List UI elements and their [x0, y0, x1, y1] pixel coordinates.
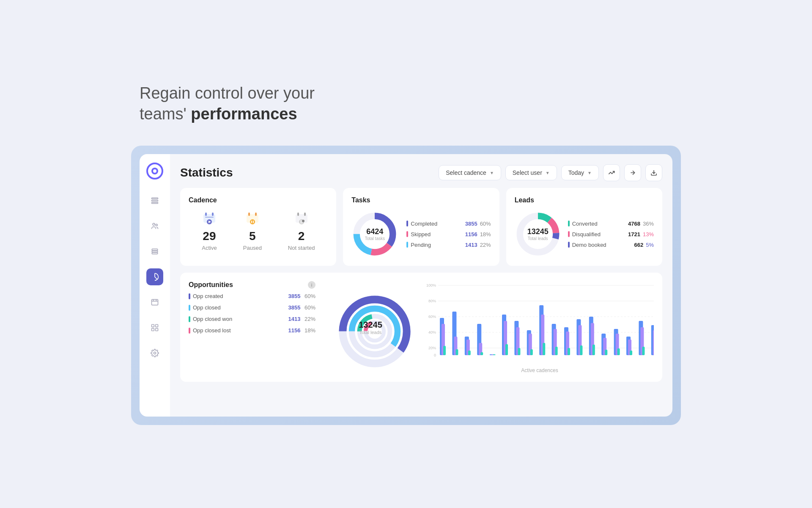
- svg-rect-23: [205, 213, 207, 216]
- skipped-dot: [406, 231, 408, 237]
- top-cards-row: Cadence 29 Active: [180, 188, 662, 266]
- user-select-button[interactable]: Select user ▼: [505, 165, 557, 180]
- tasks-content: 6424 Total tasks Completed 385560%: [351, 211, 491, 257]
- compare-button[interactable]: [624, 164, 641, 181]
- opportunities-legend: Opp created 3855 60% Opp closed 3855 60%…: [189, 293, 315, 334]
- opp-row-closed-lost: Opp closed lost 1156 18%: [189, 327, 315, 334]
- cadence-label: Select cadence: [446, 169, 486, 176]
- sidebar-item-grid[interactable]: [146, 319, 163, 336]
- leads-total-number: 13245: [527, 227, 549, 236]
- sidebar-item-stack[interactable]: [146, 243, 163, 260]
- tasks-donut-chart: 6424 Total tasks: [351, 211, 398, 257]
- sidebar-item-list[interactable]: [146, 192, 163, 209]
- opp-row-closed-won: Opp closed won 1413 22%: [189, 316, 315, 322]
- opportunities-donut: 13245 Total leads: [324, 281, 417, 373]
- svg-rect-4: [152, 200, 158, 202]
- sidebar-item-chart[interactable]: [146, 268, 163, 285]
- active-count: 29: [203, 229, 216, 243]
- page-title: Statistics: [180, 166, 233, 179]
- sidebar-item-settings[interactable]: [146, 345, 163, 362]
- opp-won-dot: [189, 316, 190, 322]
- cadence-notstarted-item: 2 Not started: [288, 211, 315, 251]
- app-container: Statistics Select cadence ▼ Select user …: [131, 146, 681, 425]
- date-label: Today: [568, 169, 584, 176]
- opp-row-closed: Opp closed 3855 60%: [189, 304, 315, 311]
- leads-card: Leads: [506, 188, 662, 266]
- svg-rect-118: [653, 330, 654, 355]
- date-chevron-icon: ▼: [587, 171, 592, 175]
- completed-dot: [406, 221, 408, 226]
- sidebar-item-contact[interactable]: [146, 294, 163, 311]
- paused-count: 5: [249, 229, 256, 243]
- main-content: Statistics Select cadence ▼ Select user …: [170, 154, 672, 417]
- svg-rect-5: [152, 203, 158, 204]
- svg-point-7: [156, 224, 157, 226]
- svg-rect-83: [505, 344, 508, 355]
- pending-dot: [406, 242, 408, 248]
- svg-rect-35: [297, 213, 299, 216]
- cadence-paused-item: 5 Paused: [243, 211, 262, 251]
- bar-chart-area: 100% 80% 60% 40% 20% 0: [425, 281, 654, 366]
- bar-chart-label: Active cadences: [425, 367, 654, 373]
- leads-content: 13245 Total leads Converted 476836%: [515, 211, 654, 257]
- leads-legend-disqualified: Disqualified 172113%: [568, 229, 654, 240]
- app-inner: Statistics Select cadence ▼ Select user …: [140, 154, 672, 417]
- tasks-legend: Completed 385560% Skipped 115618% Pendin…: [406, 218, 491, 250]
- svg-rect-10: [152, 249, 157, 251]
- app-logo: [146, 163, 163, 179]
- demo-dot: [568, 242, 570, 248]
- svg-text:0: 0: [434, 353, 436, 357]
- svg-point-19: [154, 352, 156, 354]
- svg-text:20%: 20%: [428, 346, 436, 350]
- cadence-active-item: 29 Active: [202, 211, 217, 251]
- cadence-items: 29 Active 5 Paused: [189, 211, 328, 251]
- active-label: Active: [202, 245, 217, 251]
- notstarted-count: 2: [298, 229, 305, 243]
- tasks-total-label: Total tasks: [365, 236, 385, 241]
- svg-rect-95: [555, 347, 558, 355]
- svg-rect-92: [543, 343, 545, 355]
- svg-rect-86: [518, 348, 520, 355]
- svg-rect-8: [152, 253, 157, 254]
- opportunities-title: Opportunities: [189, 281, 233, 289]
- opp-total-label: Total leads: [359, 330, 382, 335]
- leads-legend-demo: Demo booked 6625%: [568, 240, 654, 250]
- user-chevron-icon: ▼: [546, 171, 550, 175]
- tasks-total-number: 6424: [365, 227, 385, 236]
- svg-rect-116: [642, 347, 645, 355]
- tasks-legend-skipped: Skipped 115618%: [406, 229, 491, 240]
- svg-rect-71: [455, 349, 458, 355]
- info-icon[interactable]: i: [308, 281, 315, 289]
- svg-rect-32: [251, 221, 252, 223]
- bar-chart-svg: 100% 80% 60% 40% 20% 0: [425, 281, 654, 362]
- opportunities-bar-chart: 100% 80% 60% 40% 20% 0 Active cadences: [425, 281, 654, 373]
- svg-rect-15: [152, 325, 154, 327]
- notstarted-label: Not started: [288, 245, 315, 251]
- svg-point-2: [153, 169, 156, 173]
- leads-total-label: Total leads: [527, 236, 549, 241]
- download-button[interactable]: [645, 164, 662, 181]
- tasks-card: Tasks: [343, 188, 499, 266]
- cadence-card: Cadence 29 Active: [180, 188, 336, 266]
- svg-rect-80: [493, 354, 496, 355]
- opportunities-card: Opportunities i Opp created 3855 60% Opp…: [180, 273, 662, 382]
- trend-up-button[interactable]: [603, 164, 620, 181]
- opp-lost-dot: [189, 328, 190, 334]
- leads-legend-converted: Converted 476836%: [568, 218, 654, 229]
- cadence-select-button[interactable]: Select cadence ▼: [439, 165, 501, 180]
- sidebar-item-team[interactable]: [146, 218, 163, 235]
- svg-rect-107: [605, 350, 607, 355]
- header-controls: Select cadence ▼ Select user ▼ Today ▼: [439, 164, 662, 181]
- svg-rect-11: [152, 300, 158, 305]
- date-select-button[interactable]: Today ▼: [561, 165, 599, 180]
- tasks-legend-completed: Completed 385560%: [406, 218, 491, 229]
- svg-point-31: [250, 219, 255, 224]
- svg-rect-16: [156, 325, 158, 327]
- leads-donut-chart: 13245 Total leads: [515, 211, 561, 257]
- page-header: Statistics Select cadence ▼ Select user …: [180, 164, 662, 181]
- svg-rect-98: [568, 348, 570, 355]
- leads-legend: Converted 476836% Disqualified 172113% D…: [568, 218, 654, 250]
- svg-rect-68: [443, 346, 446, 355]
- svg-rect-104: [593, 345, 595, 355]
- svg-rect-33: [253, 221, 254, 223]
